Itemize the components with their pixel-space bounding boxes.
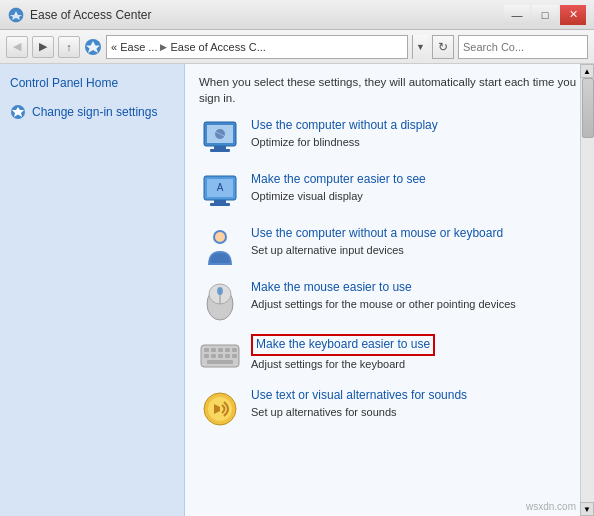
feature-easier-mouse-link[interactable]: Make the mouse easier to use bbox=[251, 280, 412, 294]
svg-rect-22 bbox=[211, 348, 216, 352]
feature-easier-see: A Make the computer easier to see Optimi… bbox=[199, 172, 580, 214]
feature-no-display-content: Use the computer without a display Optim… bbox=[251, 118, 438, 149]
minimize-button[interactable]: — bbox=[504, 5, 530, 25]
change-signin-label: Change sign-in settings bbox=[32, 105, 157, 119]
feature-no-display: Use the computer without a display Optim… bbox=[199, 118, 580, 160]
scrollbar-up-button[interactable]: ▲ bbox=[580, 64, 594, 78]
svg-rect-6 bbox=[210, 149, 230, 152]
feature-easier-mouse-desc: Adjust settings for the mouse or other p… bbox=[251, 297, 516, 311]
svg-rect-24 bbox=[225, 348, 230, 352]
forward-button[interactable]: ▶ bbox=[32, 36, 54, 58]
mouse-icon bbox=[199, 280, 241, 322]
address-bar: ◀ ▶ ↑ « Ease ... ▶ Ease of Access C... ▼… bbox=[0, 30, 594, 64]
address-icon bbox=[84, 38, 102, 56]
feature-no-mouse-kb: Use the computer without a mouse or keyb… bbox=[199, 226, 580, 268]
svg-rect-5 bbox=[214, 146, 226, 149]
scrollbar-down-button[interactable]: ▼ bbox=[580, 502, 594, 516]
close-button[interactable]: ✕ bbox=[560, 5, 586, 25]
feature-easier-keyboard-link[interactable]: Make the keyboard easier to use bbox=[251, 334, 435, 356]
feature-easier-keyboard-content: Make the keyboard easier to use Adjust s… bbox=[251, 334, 435, 371]
feature-text-sounds-link[interactable]: Use text or visual alternatives for soun… bbox=[251, 388, 467, 402]
window-icon bbox=[8, 7, 24, 23]
shield-icon bbox=[10, 104, 26, 120]
feature-no-display-link[interactable]: Use the computer without a display bbox=[251, 118, 438, 132]
svg-rect-29 bbox=[225, 354, 230, 358]
main-area: Control Panel Home Change sign-in settin… bbox=[0, 64, 594, 516]
svg-rect-12 bbox=[210, 203, 230, 206]
monitor-icon bbox=[199, 118, 241, 160]
svg-rect-27 bbox=[211, 354, 216, 358]
svg-rect-30 bbox=[232, 354, 237, 358]
speaker-icon bbox=[199, 388, 241, 430]
monitor2-icon: A bbox=[199, 172, 241, 214]
breadcrumb-ease: « Ease ... bbox=[111, 41, 157, 53]
feature-easier-see-desc: Optimize visual display bbox=[251, 189, 426, 203]
title-bar: Ease of Access Center — □ ✕ bbox=[0, 0, 594, 30]
feature-no-mouse-kb-desc: Set up alternative input devices bbox=[251, 243, 503, 257]
breadcrumb-arrow: ▶ bbox=[160, 42, 167, 52]
feature-text-sounds-content: Use text or visual alternatives for soun… bbox=[251, 388, 467, 419]
scrollbar-thumb[interactable] bbox=[582, 78, 594, 138]
window-title: Ease of Access Center bbox=[30, 8, 151, 22]
svg-rect-23 bbox=[218, 348, 223, 352]
address-dropdown-button[interactable]: ▼ bbox=[412, 35, 428, 59]
search-input[interactable] bbox=[459, 41, 594, 53]
svg-rect-28 bbox=[218, 354, 223, 358]
person-icon bbox=[199, 226, 241, 268]
intro-text: When you select these settings, they wil… bbox=[199, 74, 580, 106]
svg-rect-21 bbox=[204, 348, 209, 352]
content-area: When you select these settings, they wil… bbox=[185, 64, 594, 516]
feature-easier-mouse: Make the mouse easier to use Adjust sett… bbox=[199, 280, 580, 322]
svg-rect-31 bbox=[207, 360, 233, 364]
svg-point-19 bbox=[217, 287, 223, 295]
keyboard-icon bbox=[199, 334, 241, 376]
back-button[interactable]: ◀ bbox=[6, 36, 28, 58]
title-controls: — □ ✕ bbox=[504, 5, 586, 25]
search-container: 🔍 bbox=[458, 35, 588, 59]
feature-text-sounds-desc: Set up alternatives for sounds bbox=[251, 405, 467, 419]
change-signin-item[interactable]: Change sign-in settings bbox=[10, 104, 174, 120]
breadcrumb-access: Ease of Access C... bbox=[170, 41, 265, 53]
scrollbar[interactable]: ▲ ▼ bbox=[580, 64, 594, 516]
refresh-button[interactable]: ↻ bbox=[432, 35, 454, 59]
title-bar-left: Ease of Access Center bbox=[8, 7, 151, 23]
feature-easier-see-link[interactable]: Make the computer easier to see bbox=[251, 172, 426, 186]
svg-rect-26 bbox=[204, 354, 209, 358]
feature-easier-mouse-content: Make the mouse easier to use Adjust sett… bbox=[251, 280, 516, 311]
feature-no-mouse-kb-link[interactable]: Use the computer without a mouse or keyb… bbox=[251, 226, 503, 240]
svg-text:A: A bbox=[217, 182, 224, 193]
svg-rect-25 bbox=[232, 348, 237, 352]
svg-point-15 bbox=[215, 232, 225, 242]
feature-no-mouse-kb-content: Use the computer without a mouse or keyb… bbox=[251, 226, 503, 257]
feature-text-sounds: Use text or visual alternatives for soun… bbox=[199, 388, 580, 430]
sidebar: Control Panel Home Change sign-in settin… bbox=[0, 64, 185, 516]
address-input[interactable]: « Ease ... ▶ Ease of Access C... bbox=[106, 35, 408, 59]
watermark: wsxdn.com bbox=[526, 501, 576, 512]
feature-easier-keyboard: Make the keyboard easier to use Adjust s… bbox=[199, 334, 580, 376]
feature-easier-keyboard-desc: Adjust settings for the keyboard bbox=[251, 357, 435, 371]
feature-no-display-desc: Optimize for blindness bbox=[251, 135, 438, 149]
maximize-button[interactable]: □ bbox=[532, 5, 558, 25]
control-panel-home-link[interactable]: Control Panel Home bbox=[10, 76, 174, 92]
up-button[interactable]: ↑ bbox=[58, 36, 80, 58]
feature-easier-see-content: Make the computer easier to see Optimize… bbox=[251, 172, 426, 203]
svg-rect-11 bbox=[214, 200, 226, 203]
